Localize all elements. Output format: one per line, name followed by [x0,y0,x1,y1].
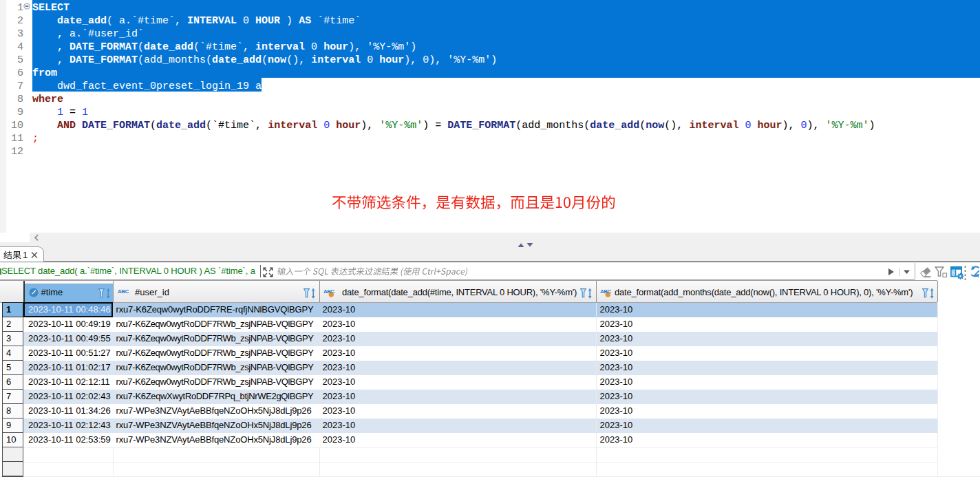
svg-text:ABC: ABC [118,288,129,295]
svg-text:ABC: ABC [323,288,335,295]
svg-text:ABC: ABC [600,288,612,295]
